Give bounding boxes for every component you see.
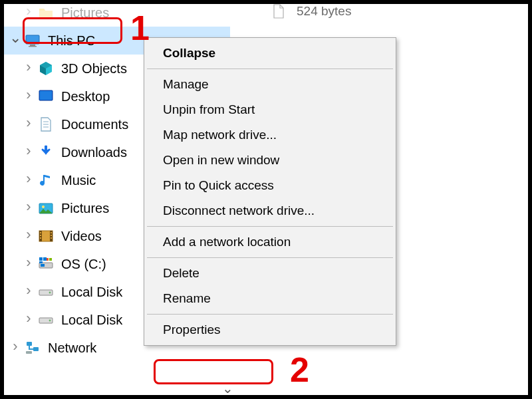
downloads-icon — [37, 144, 55, 161]
menu-item-open-new-window[interactable]: Open in new window — [146, 148, 394, 173]
menu-separator — [147, 314, 393, 315]
folder-icon — [37, 4, 55, 21]
menu-item-disconnect-drive[interactable]: Disconnect network drive... — [146, 198, 394, 223]
chevron-right-icon[interactable] — [23, 60, 35, 77]
videos-icon — [37, 227, 55, 245]
svg-rect-17 — [51, 232, 52, 233]
svg-rect-25 — [39, 257, 43, 261]
file-icon — [270, 3, 287, 20]
menu-item-pin-quick-access[interactable]: Pin to Quick access — [146, 173, 394, 198]
tree-item-label: OS (C:) — [61, 257, 106, 272]
chevron-right-icon[interactable] — [9, 339, 21, 356]
menu-separator — [147, 68, 393, 69]
svg-rect-18 — [51, 235, 52, 236]
drive-icon — [37, 283, 55, 301]
menu-item-delete[interactable]: Delete — [146, 261, 394, 286]
svg-rect-8 — [45, 146, 47, 151]
file-list-row[interactable]: 524 bytes — [270, 3, 351, 20]
chevron-right-icon[interactable] — [23, 283, 35, 301]
tree-item-label: Network — [48, 340, 96, 356]
tree-item-label: Pictures — [61, 5, 109, 21]
svg-rect-14 — [40, 232, 41, 233]
svg-rect-1 — [30, 45, 35, 46]
tree-item-label: Local Disk — [61, 313, 122, 328]
svg-point-10 — [42, 205, 45, 208]
svg-rect-15 — [40, 235, 41, 236]
pictures-icon — [37, 200, 55, 217]
svg-point-31 — [49, 320, 51, 322]
documents-icon — [37, 116, 55, 133]
chevron-right-icon[interactable] — [23, 200, 35, 217]
tree-item-pictures-top[interactable]: Pictures — [4, 0, 230, 27]
chevron-right-icon[interactable] — [23, 116, 35, 133]
svg-rect-32 — [27, 342, 32, 346]
svg-rect-2 — [29, 46, 37, 47]
chevron-right-icon[interactable] — [23, 4, 35, 21]
desktop-icon — [37, 88, 55, 105]
menu-item-manage[interactable]: Manage — [146, 72, 394, 97]
drive-icon — [37, 311, 55, 329]
chevron-down-icon[interactable] — [9, 32, 21, 49]
tree-item-label: 3D Objects — [61, 61, 127, 76]
tree-item-label: This PC — [48, 33, 95, 49]
tree-item-label: Pictures — [61, 201, 109, 216]
tree-item-label: Videos — [61, 229, 102, 244]
menu-item-add-network-location[interactable]: Add a network location — [146, 229, 394, 255]
svg-rect-4 — [40, 91, 52, 100]
svg-rect-21 — [41, 264, 45, 267]
chevron-right-icon[interactable] — [23, 172, 35, 189]
tree-item-label: Documents — [61, 117, 128, 132]
tree-item-label: Local Disk — [61, 285, 122, 300]
tree-item-label: Downloads — [61, 145, 127, 160]
menu-item-rename[interactable]: Rename — [146, 286, 394, 311]
menu-item-collapse[interactable]: Collapse — [146, 41, 394, 66]
menu-separator — [147, 257, 393, 258]
svg-point-29 — [49, 292, 51, 294]
callout-number-2: 2 — [290, 350, 309, 390]
tree-item-label: Desktop — [61, 89, 110, 104]
chevron-right-icon[interactable] — [23, 144, 35, 161]
menu-item-unpin[interactable]: Unpin from Start — [146, 97, 394, 122]
tree-item-label: Music — [61, 173, 96, 188]
chevron-right-icon[interactable] — [23, 88, 35, 105]
svg-rect-0 — [26, 35, 39, 44]
svg-rect-16 — [40, 237, 41, 239]
svg-rect-33 — [33, 347, 39, 351]
chevron-right-icon[interactable] — [23, 311, 35, 329]
menu-item-map-drive[interactable]: Map network drive... — [146, 122, 394, 148]
music-icon — [37, 172, 55, 189]
svg-rect-19 — [51, 237, 52, 239]
svg-rect-26 — [43, 257, 47, 261]
menu-separator — [147, 226, 393, 227]
svg-rect-23 — [49, 258, 52, 261]
callout-box-2 — [154, 359, 273, 384]
drive-os-icon — [37, 255, 55, 273]
svg-rect-27 — [39, 261, 43, 263]
chevron-down-icon[interactable]: ⌄ — [222, 380, 233, 396]
file-size: 524 bytes — [297, 4, 351, 19]
menu-item-properties[interactable]: Properties — [146, 317, 394, 342]
this-pc-icon — [24, 32, 41, 49]
svg-rect-34 — [26, 351, 32, 354]
context-menu: Collapse Manage Unpin from Start Map net… — [144, 37, 396, 346]
network-icon — [24, 339, 41, 356]
3d-objects-icon — [37, 60, 55, 77]
chevron-right-icon[interactable] — [23, 227, 35, 245]
chevron-right-icon[interactable] — [23, 255, 35, 273]
